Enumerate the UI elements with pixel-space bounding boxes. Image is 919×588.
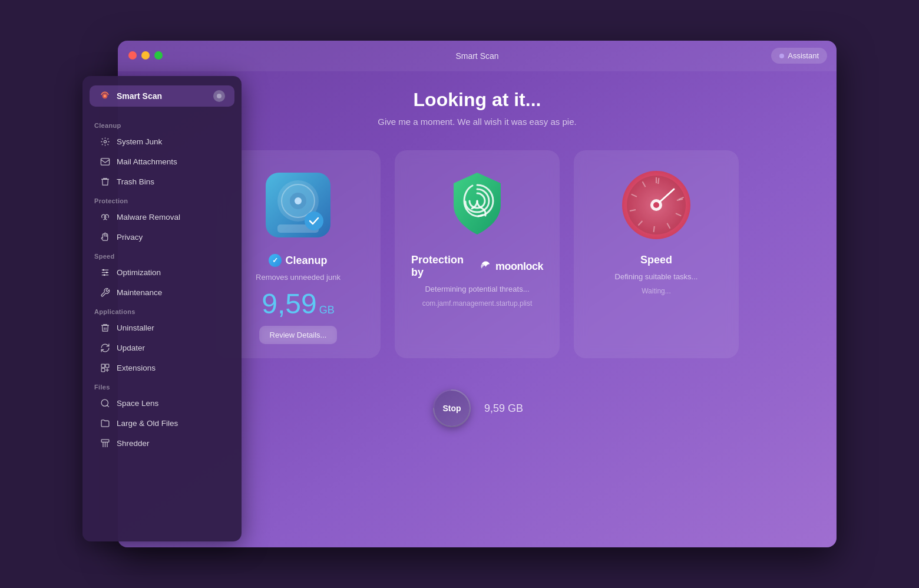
cleanup-subtitle: Removes unneeded junk bbox=[256, 273, 341, 282]
sidebar-item-privacy-label: Privacy bbox=[117, 233, 143, 242]
window-wrapper: Smart Scan CleanupSystem JunkMail Attach… bbox=[82, 41, 837, 547]
svg-point-3 bbox=[104, 216, 106, 218]
cards-row: ✓ Cleanup Removes unneeded junk 9,59GB R… bbox=[216, 150, 739, 358]
svg-point-0 bbox=[104, 95, 107, 98]
assistant-button[interactable]: Assistant bbox=[771, 48, 827, 64]
svg-point-7 bbox=[103, 269, 104, 270]
cleanup-value: 9,59GB bbox=[262, 288, 334, 320]
sidebar-item-mail-attachments-label: Mail Attachments bbox=[117, 157, 177, 166]
sidebar-section-protection: Protection bbox=[82, 191, 242, 207]
svg-point-1 bbox=[104, 140, 106, 143]
svg-rect-14 bbox=[101, 440, 109, 442]
svg-point-21 bbox=[305, 212, 323, 230]
traffic-light-close[interactable] bbox=[128, 51, 137, 60]
assistant-label: Assistant bbox=[788, 51, 819, 60]
sidebar-item-smart-scan[interactable]: Smart Scan bbox=[90, 85, 234, 107]
optimization-icon bbox=[99, 266, 111, 278]
space-lens-icon bbox=[99, 397, 111, 409]
uninstaller-icon bbox=[99, 322, 111, 333]
sidebar-item-privacy[interactable]: Privacy bbox=[87, 227, 237, 247]
protection-card: Protection by moonlock Determining poten… bbox=[395, 150, 560, 358]
traffic-light-minimize[interactable] bbox=[141, 51, 150, 60]
svg-point-19 bbox=[295, 197, 302, 204]
sidebar-item-space-lens[interactable]: Space Lens bbox=[87, 393, 237, 413]
maintenance-icon bbox=[99, 286, 111, 298]
svg-rect-11 bbox=[105, 364, 109, 368]
stop-value: 9,59 GB bbox=[484, 402, 523, 415]
sidebar-section-speed: Speed bbox=[82, 247, 242, 262]
sidebar-item-optimization-label: Optimization bbox=[117, 268, 161, 277]
sidebar-item-uninstaller-label: Uninstaller bbox=[117, 323, 154, 332]
cleanup-title: ✓ Cleanup bbox=[269, 254, 327, 267]
stop-area: Stop 9,59 GB bbox=[431, 388, 523, 429]
svg-rect-12 bbox=[101, 368, 105, 372]
sidebar-item-maintenance-label: Maintenance bbox=[117, 288, 162, 297]
sidebar-item-malware-removal[interactable]: Malware Removal bbox=[87, 207, 237, 227]
sidebar-item-shredder-label: Shredder bbox=[117, 439, 150, 448]
page-title: Looking at it... bbox=[414, 89, 541, 111]
stop-button-wrapper: Stop bbox=[431, 388, 472, 429]
sidebar-section-applications: Applications bbox=[82, 302, 242, 318]
traffic-light-maximize[interactable] bbox=[154, 51, 163, 60]
protection-scan-text: com.jamf.management.startup.plist bbox=[422, 299, 533, 308]
sidebar: Smart Scan CleanupSystem JunkMail Attach… bbox=[82, 76, 242, 541]
protection-title: Protection by moonlock bbox=[411, 254, 543, 279]
sidebar-item-optimization[interactable]: Optimization bbox=[87, 262, 237, 282]
trash-bins-icon bbox=[99, 176, 111, 187]
sidebar-item-mail-attachments[interactable]: Mail Attachments bbox=[87, 151, 237, 171]
sidebar-item-maintenance[interactable]: Maintenance bbox=[87, 282, 237, 302]
recording-indicator bbox=[213, 90, 225, 102]
malware-removal-icon bbox=[99, 211, 111, 223]
sidebar-item-updater[interactable]: Updater bbox=[87, 338, 237, 358]
smart-scan-label: Smart Scan bbox=[117, 91, 207, 101]
svg-rect-2 bbox=[101, 158, 109, 164]
large-old-files-icon bbox=[99, 417, 111, 429]
sidebar-item-shredder[interactable]: Shredder bbox=[87, 433, 237, 453]
sidebar-item-trash-bins-label: Trash Bins bbox=[117, 177, 154, 186]
traffic-lights bbox=[128, 51, 163, 60]
mail-attachments-icon bbox=[99, 156, 111, 167]
speed-card: Speed Defining suitable tasks... Waiting… bbox=[574, 150, 739, 358]
sidebar-item-space-lens-label: Space Lens bbox=[117, 399, 158, 408]
protection-icon bbox=[439, 167, 515, 243]
svg-point-37 bbox=[653, 202, 659, 208]
extensions-icon bbox=[99, 362, 111, 374]
protection-subtitle: Determining potential threats... bbox=[425, 285, 529, 293]
speed-subtitle: Defining suitable tasks... bbox=[615, 272, 698, 281]
sidebar-item-updater-label: Updater bbox=[117, 343, 145, 352]
sidebar-item-malware-removal-label: Malware Removal bbox=[117, 213, 180, 222]
sidebar-item-system-junk[interactable]: System Junk bbox=[87, 131, 237, 151]
sidebar-item-extensions-label: Extensions bbox=[117, 364, 156, 372]
window-title: Smart Scan bbox=[455, 51, 498, 61]
check-icon: ✓ bbox=[269, 254, 282, 267]
speed-scan-text: Waiting... bbox=[642, 287, 671, 295]
smart-scan-icon bbox=[99, 90, 111, 102]
sidebar-section-cleanup: Cleanup bbox=[82, 116, 242, 131]
stop-button[interactable]: Stop bbox=[434, 391, 470, 426]
sidebar-item-large-old-files-label: Large & Old Files bbox=[117, 419, 178, 428]
sidebar-item-large-old-files[interactable]: Large & Old Files bbox=[87, 413, 237, 433]
sidebar-item-uninstaller[interactable]: Uninstaller bbox=[87, 318, 237, 338]
svg-point-9 bbox=[103, 274, 105, 276]
cleanup-icon bbox=[260, 167, 336, 243]
svg-point-13 bbox=[101, 399, 108, 406]
sidebar-item-system-junk-label: System Junk bbox=[117, 137, 162, 146]
svg-point-8 bbox=[105, 272, 107, 273]
title-bar: Smart Scan Assistant bbox=[118, 41, 837, 71]
sidebar-item-extensions[interactable]: Extensions bbox=[87, 358, 237, 378]
shredder-icon bbox=[99, 437, 111, 449]
assistant-dot bbox=[779, 54, 784, 58]
review-details-button[interactable]: Review Details... bbox=[259, 326, 338, 344]
updater-icon bbox=[99, 342, 111, 354]
sidebar-sections: CleanupSystem JunkMail AttachmentsTrash … bbox=[82, 116, 242, 453]
sidebar-item-trash-bins[interactable]: Trash Bins bbox=[87, 171, 237, 191]
speed-title: Speed bbox=[640, 254, 672, 266]
speed-icon bbox=[618, 167, 695, 243]
svg-rect-10 bbox=[101, 364, 105, 368]
privacy-icon bbox=[99, 231, 111, 243]
system-junk-icon bbox=[99, 136, 111, 147]
sidebar-section-files: Files bbox=[82, 378, 242, 393]
page-subtitle: Give me a moment. We all wish it was eas… bbox=[378, 117, 576, 127]
